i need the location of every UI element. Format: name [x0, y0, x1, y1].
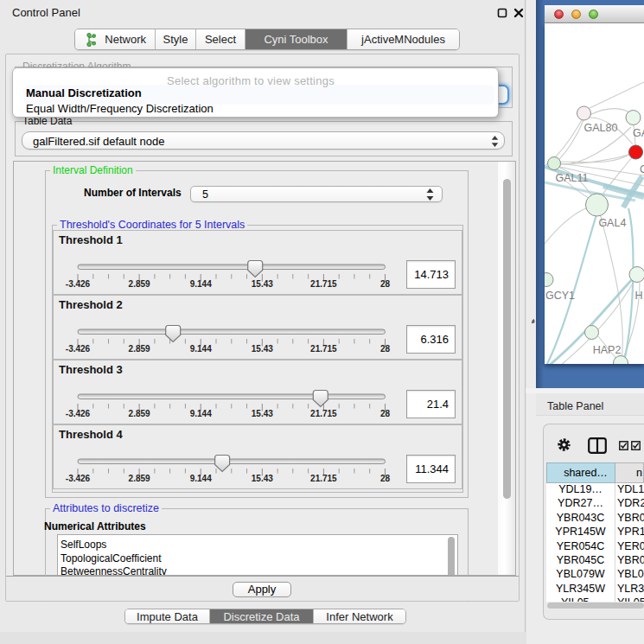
svg-text:15.43: 15.43: [252, 279, 273, 289]
svg-text:2.859: 2.859: [129, 279, 150, 289]
svg-text:C: C: [640, 163, 644, 175]
svg-text:15.43: 15.43: [252, 474, 273, 483]
svg-text:-3.426: -3.426: [66, 344, 91, 354]
svg-text:2.859: 2.859: [129, 474, 150, 483]
svg-text:GCY1: GCY1: [545, 290, 575, 302]
svg-text:2.859: 2.859: [129, 344, 150, 354]
svg-text:-3.426: -3.426: [66, 474, 91, 483]
svg-text:GA: GA: [633, 127, 644, 139]
svg-text:9.144: 9.144: [190, 344, 212, 354]
svg-text:GAL11: GAL11: [556, 172, 589, 184]
svg-text:-3.426: -3.426: [66, 409, 91, 418]
svg-text:-3.426: -3.426: [66, 279, 91, 289]
svg-text:15.43: 15.43: [252, 409, 273, 418]
svg-text:21.715: 21.715: [310, 474, 337, 483]
svg-text:H: H: [635, 290, 643, 302]
svg-text:21.715: 21.715: [310, 279, 337, 289]
svg-text:GAL80: GAL80: [584, 122, 618, 134]
svg-text:Threshold 1: Threshold 1: [59, 233, 123, 246]
svg-text:HAP2: HAP2: [593, 344, 622, 356]
svg-text:21.715: 21.715: [310, 409, 337, 418]
svg-text:28: 28: [380, 409, 391, 418]
svg-text:28: 28: [380, 344, 391, 354]
svg-text:28: 28: [380, 279, 391, 289]
svg-text:15.43: 15.43: [252, 344, 273, 354]
svg-text:Threshold 3: Threshold 3: [59, 363, 123, 376]
svg-text:9.144: 9.144: [190, 409, 212, 418]
svg-text:28: 28: [380, 474, 391, 483]
svg-text:Threshold 4: Threshold 4: [59, 428, 123, 441]
svg-text:9.144: 9.144: [190, 474, 212, 483]
svg-text:21.715: 21.715: [310, 344, 337, 354]
svg-text:2.859: 2.859: [129, 409, 150, 418]
svg-text:Threshold 2: Threshold 2: [59, 298, 123, 311]
svg-text:GAL4: GAL4: [598, 217, 626, 229]
svg-text:9.144: 9.144: [190, 279, 212, 289]
